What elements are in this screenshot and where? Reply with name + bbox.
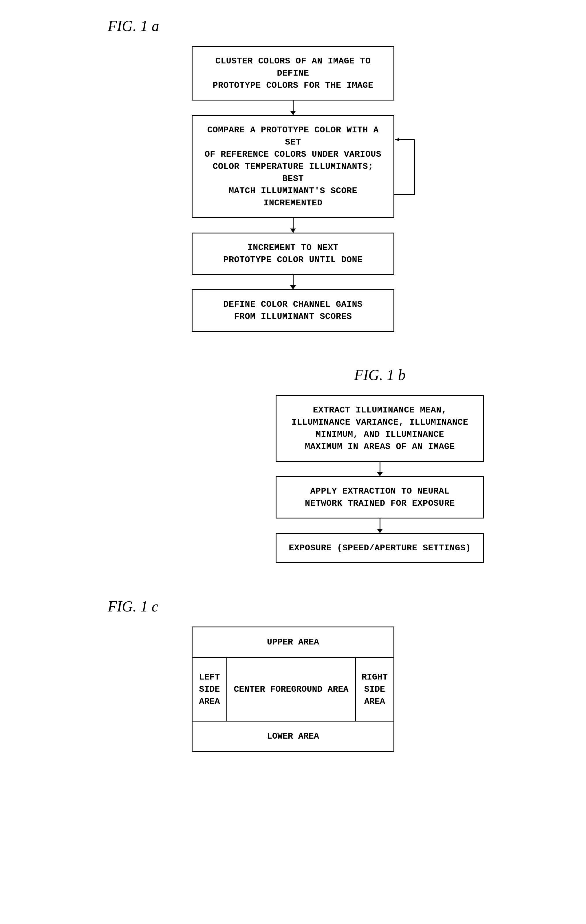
- left-side-cell: LEFTSIDEAREA: [193, 658, 227, 721]
- box-compare-prototype: COMPARE A PROTOTYPE COLOR WITH A SETOF R…: [192, 115, 394, 218]
- svg-marker-3: [395, 138, 399, 141]
- arrow-2: [293, 218, 294, 233]
- grid-diagram: UPPER AREA LEFTSIDEAREA CENTER FOREGROUN…: [192, 627, 394, 752]
- figure-1a: FIG. 1 a CLUSTER COLORS OF AN IMAGE TO D…: [91, 17, 495, 332]
- fig1b-container: FIG. 1 b EXTRACT ILLUMINANCE MEAN,ILLUMI…: [264, 366, 495, 563]
- upper-row: UPPER AREA: [193, 627, 393, 658]
- page-content: FIG. 1 a CLUSTER COLORS OF AN IMAGE TO D…: [91, 17, 495, 769]
- box-exposure: EXPOSURE (SPEED/APERTURE SETTINGS): [276, 533, 484, 563]
- box-extract-illuminance: EXTRACT ILLUMINANCE MEAN,ILLUMINANCE VAR…: [276, 395, 484, 462]
- figure-1b: FIG. 1 b EXTRACT ILLUMINANCE MEAN,ILLUMI…: [91, 366, 495, 563]
- lower-area-cell: LOWER AREA: [193, 721, 393, 751]
- flowchart-1a: CLUSTER COLORS OF AN IMAGE TO DEFINEPROT…: [192, 46, 394, 332]
- loop-back-arrow: [394, 233, 418, 262]
- center-foreground-cell: CENTER FOREGROUND AREA: [227, 658, 356, 721]
- upper-area-cell: UPPER AREA: [193, 627, 393, 657]
- box-define-gains: DEFINE COLOR CHANNEL GAINSFROM ILLUMINAN…: [192, 289, 394, 332]
- box-increment: INCREMENT TO NEXTPROTOTYPE COLOR UNTIL D…: [192, 233, 394, 275]
- fig1a-title: FIG. 1 a: [108, 17, 159, 35]
- arrow-1b-1: [380, 462, 380, 476]
- fig1c-title: FIG. 1 c: [108, 598, 158, 615]
- arrow-3: [293, 275, 294, 289]
- box-cluster-colors: CLUSTER COLORS OF AN IMAGE TO DEFINEPROT…: [192, 46, 394, 101]
- box3-wrapper: INCREMENT TO NEXTPROTOTYPE COLOR UNTIL D…: [192, 233, 394, 275]
- loop-section: COMPARE A PROTOTYPE COLOR WITH A SETOF R…: [192, 115, 394, 275]
- lower-row: LOWER AREA: [193, 721, 393, 751]
- arrow-1b-2: [380, 518, 380, 533]
- arrow-1: [293, 101, 294, 115]
- middle-row: LEFTSIDEAREA CENTER FOREGROUND AREA RIGH…: [193, 658, 393, 721]
- box-apply-extraction: APPLY EXTRACTION TO NEURALNETWORK TRAINE…: [276, 476, 484, 518]
- fig1b-title: FIG. 1 b: [354, 366, 406, 383]
- loop-svg-arrow: [394, 115, 419, 216]
- figure-1c: FIG. 1 c UPPER AREA LEFTSIDEAREA CENTER …: [91, 598, 495, 752]
- right-side-cell: RIGHTSIDEAREA: [356, 658, 393, 721]
